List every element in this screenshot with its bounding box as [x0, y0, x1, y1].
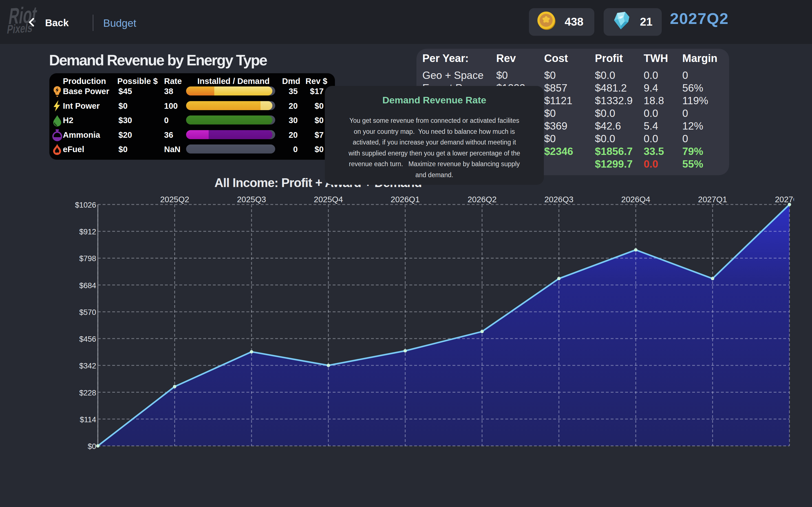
svg-text:$684: $684: [79, 281, 96, 290]
svg-text:2025Q4: 2025Q4: [314, 195, 343, 204]
svg-text:2026Q3: 2026Q3: [545, 195, 573, 204]
svg-text:$912: $912: [79, 228, 96, 236]
svg-text:2026Q1: 2026Q1: [391, 195, 420, 204]
svg-text:$228: $228: [79, 389, 96, 397]
svg-text:$570: $570: [79, 308, 96, 317]
svg-text:$798: $798: [79, 255, 96, 263]
svg-text:$342: $342: [79, 362, 96, 370]
svg-text:2027Q2: 2027Q2: [775, 195, 794, 204]
svg-text:$456: $456: [79, 335, 96, 343]
svg-text:2027Q1: 2027Q1: [698, 195, 727, 204]
svg-text:2025Q2: 2025Q2: [160, 195, 189, 204]
svg-text:$0: $0: [88, 442, 96, 451]
svg-text:2026Q4: 2026Q4: [621, 195, 650, 204]
svg-text:$1026: $1026: [75, 201, 96, 209]
svg-text:$114: $114: [80, 415, 96, 424]
svg-text:2026Q2: 2026Q2: [467, 195, 497, 204]
svg-text:2025Q3: 2025Q3: [237, 195, 266, 204]
